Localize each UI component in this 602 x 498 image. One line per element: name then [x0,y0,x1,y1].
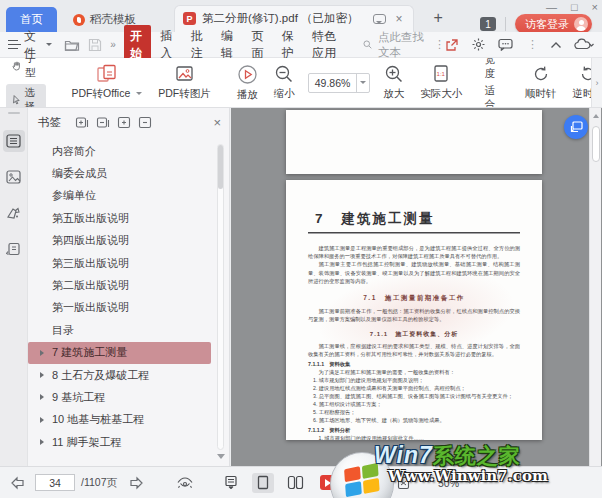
minimize-button[interactable]: — [546,1,557,14]
bookmark-item[interactable]: 11 脚手架工程 [28,431,213,452]
page-content: 7 建筑施工测量 建筑施工测量是工程测量的重要组成部分，是为建筑工程施工提供全过… [286,180,542,440]
thumbnails-panel-button[interactable] [3,166,25,188]
expand-caret-icon[interactable] [40,372,47,378]
fit-width-icon [474,58,480,60]
zoom-dropdown[interactable] [356,74,369,92]
chevron-down-icon[interactable] [46,43,52,49]
toolbar-expand-button[interactable]: › [591,58,602,107]
main-area: 书签 × 内容简介 编委会成员 [0,108,602,466]
guest-login-button[interactable]: 访客登录 [515,14,592,34]
rotate-clockwise-button[interactable]: 顺时针 [520,62,562,103]
actual-size-small-icon[interactable]: 1:1 [349,476,362,490]
bookmark-item[interactable]: 第三版出版说明 [28,252,213,274]
comment-bubble-icon[interactable] [373,14,386,24]
bookmark-item[interactable]: 目录 [28,319,213,341]
eye-protect-button[interactable] [176,476,194,490]
tabbar-right: 1 访客登录 [480,14,592,34]
convert-panel-button[interactable] [3,238,25,260]
actual-size-icon: 1:1 [432,64,450,84]
share-icon[interactable] [445,38,459,52]
paragraph: 施工测量线，应根据建设工程的要求和施工类型、规模、特点、进度计划安排等，全面收集… [308,342,520,359]
collapse-all-icon[interactable] [96,116,110,129]
pdf-to-image-button[interactable]: PDF转图片 [153,62,216,103]
bookmark-item[interactable]: 参编单位 [28,185,213,207]
search-box[interactable]: 点此查找文本 ⋮ [363,30,445,60]
hand-tool-button[interactable]: 手型 [6,58,46,82]
close-button[interactable]: × [592,1,598,14]
add-bookmark-icon[interactable] [117,116,131,129]
scroll-up-icon[interactable] [593,111,599,118]
sidebar-scroll-down-icon[interactable] [217,454,225,463]
close-panel-icon[interactable]: × [213,115,221,130]
scroll-view-button[interactable] [220,473,242,493]
annotations-panel-button[interactable] [3,202,25,224]
fit-page-small-icon[interactable] [397,476,410,490]
fit-width-small-icon[interactable] [373,476,386,490]
sidebar-scrollbar[interactable] [217,144,224,450]
zoom-level-combo[interactable]: 49.86% [308,73,371,93]
maximize-button[interactable]: □ [571,1,578,14]
zoom-in-button[interactable]: 放大 [378,62,409,103]
fit-page-button[interactable]: 适合页面 [474,84,503,108]
play-label: 播放 [237,88,258,102]
toolbar: 手型 选择 PDF转Office PDF转图片 播放 缩小 49.86% [0,58,602,108]
bookmark-label: 第三版出版说明 [52,256,129,271]
previous-page-icon[interactable] [10,476,25,490]
sidebar-scroll-thumb[interactable] [218,145,223,189]
strip-drag-handle[interactable] [8,112,20,114]
document-scroll-thumb[interactable] [592,126,600,162]
select-tool-button[interactable]: 选择 [6,84,46,109]
statusbar-zoom-value[interactable]: 50% [438,477,473,489]
single-page-view-button[interactable] [252,473,274,493]
search-options-icon[interactable]: ⋮ [434,38,445,51]
page-number-input[interactable] [35,474,75,491]
hamburger-menu-icon[interactable] [8,40,18,49]
expand-caret-icon[interactable] [40,439,47,445]
expand-caret-icon[interactable] [40,394,47,400]
more-options-icon[interactable]: ⋮ [527,38,538,51]
bookmark-label: 目录 [52,323,74,338]
quick-icons: » [64,38,114,52]
next-page-icon[interactable] [129,476,144,490]
file-menu[interactable]: 文件 [24,28,42,62]
expand-all-icon[interactable] [75,116,89,129]
doc-count-badge[interactable]: 1 [480,17,496,31]
read-mode-play-button[interactable] [320,475,337,490]
bookmarks-panel-button[interactable] [3,130,25,152]
delete-bookmark-icon[interactable] [138,116,152,129]
pdf-to-office-button[interactable]: PDF转Office [67,62,148,103]
open-folder-icon[interactable] [64,38,80,52]
pdf-page-current[interactable]: 7 建筑施工测量 建筑施工测量是工程测量的重要组成部分，是为建筑工程施工提供全过… [286,180,542,440]
floating-assistant-button[interactable] [564,115,588,139]
new-tab-button[interactable]: + [428,7,449,32]
tab-close-icon[interactable]: × [396,12,403,26]
collapse-ribbon-icon[interactable] [550,41,562,49]
bookmark-item[interactable]: 编委会成员 [28,162,213,184]
actual-size-button[interactable]: 1:1 实际大小 [415,62,467,103]
bookmark-item[interactable]: 8 土石方及爆破工程 [28,364,213,386]
bookmark-item[interactable]: 9 基坑工程 [28,386,213,408]
gear-icon[interactable] [471,37,486,52]
fit-width-button[interactable]: 适合宽度 [474,58,503,81]
paragraph: 为了满足工程施工和施工测量的需要，一般收集的资料有： [308,368,520,376]
bookmark-item[interactable]: 第二版出版说明 [28,274,213,296]
zoom-out-icon [274,64,294,84]
bookmark-item[interactable]: 内容简介 [28,140,213,162]
more-quick-icons[interactable]: » [110,39,114,50]
two-page-view-button[interactable] [284,473,306,493]
bookmark-item[interactable]: 第五版出版说明 [28,207,213,229]
save-icon[interactable] [88,38,102,52]
bookmark-item[interactable]: 7 建筑施工测量 [28,342,211,364]
pdf-to-image-icon [173,64,195,84]
bookmark-item[interactable]: 10 地基与桩基工程 [28,409,213,431]
feedback-icon[interactable] [498,38,513,51]
bookmark-item[interactable]: 第一版出版说明 [28,297,213,319]
expand-caret-icon[interactable] [40,350,47,356]
pdf-page-previous[interactable] [286,110,542,174]
play-button[interactable]: 播放 [232,62,263,104]
bookmark-item[interactable]: 第四版出版说明 [28,230,213,252]
cloud-sync-icon[interactable] [574,38,594,51]
zoom-out-button[interactable]: 缩小 [269,62,300,103]
document-scrollbar[interactable] [589,108,601,466]
expand-caret-icon[interactable] [40,417,47,423]
